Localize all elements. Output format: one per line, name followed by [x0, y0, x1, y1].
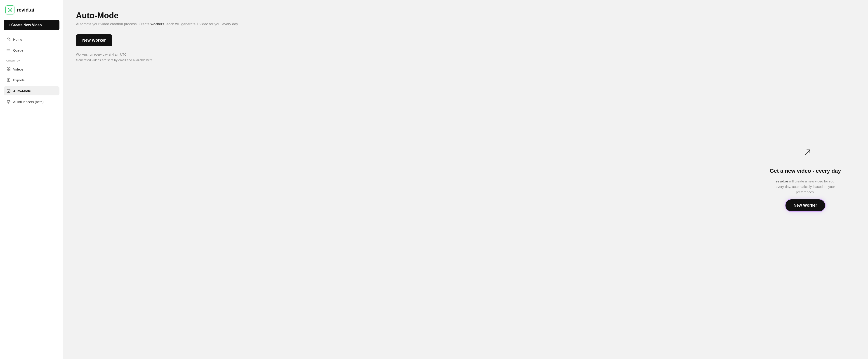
worker-info: Workers run every day at 4 am UTC Genera… [76, 52, 855, 63]
creation-section-label: CREATION [4, 57, 59, 63]
svg-rect-14 [7, 89, 10, 92]
worker-info-line1: Workers run every day at 4 am UTC [76, 52, 855, 57]
exports-label: Exports [13, 78, 25, 82]
new-worker-button-promo[interactable]: New Worker [785, 200, 825, 211]
brand-name: revid.ai [17, 7, 34, 13]
worker-info-line2: Generated videos are sent by email and a… [76, 57, 855, 63]
exports-icon [6, 78, 11, 82]
queue-label: Queue [13, 49, 23, 52]
sidebar-item-queue[interactable]: Queue [4, 46, 59, 55]
logo-area: revid.ai [4, 5, 59, 14]
sidebar: revid.ai + Create New Video Home Queue C… [0, 0, 63, 359]
auto-mode-icon [6, 89, 11, 93]
subtitle-suffix: , each will generate 1 video for you, ev… [164, 22, 239, 26]
create-new-video-button[interactable]: + Create New Video [4, 20, 59, 30]
sidebar-item-ai-influencers[interactable]: AI Influencers (beta) [4, 97, 59, 106]
auto-mode-label: Auto-Mode [13, 89, 31, 93]
sidebar-item-home[interactable]: Home [4, 35, 59, 44]
ai-influencers-icon [6, 99, 11, 104]
promo-icon [799, 148, 812, 163]
promo-title: Get a new video - every day [770, 168, 841, 174]
promo-area: Get a new video - every day revid.ai wil… [770, 148, 841, 211]
queue-icon [6, 48, 11, 53]
svg-rect-10 [9, 68, 10, 69]
sidebar-item-exports[interactable]: Exports [4, 76, 59, 85]
ai-influencers-label: AI Influencers (beta) [13, 100, 43, 104]
subtitle-bold: workers [151, 22, 164, 26]
svg-point-16 [9, 90, 9, 91]
svg-point-15 [8, 90, 8, 91]
sidebar-item-auto-mode[interactable]: Auto-Mode [4, 86, 59, 95]
page-title: Auto-Mode [76, 11, 855, 20]
videos-label: Videos [13, 67, 24, 71]
home-label: Home [13, 37, 22, 41]
svg-point-18 [8, 101, 9, 102]
promo-desc: revid.ai will create a new video for you… [774, 179, 837, 195]
svg-point-2 [10, 10, 10, 10]
page-subtitle: Automate your video creation process. Cr… [76, 22, 855, 26]
subtitle-prefix: Automate your video creation process. Cr… [76, 22, 151, 26]
home-icon [6, 37, 11, 41]
logo-icon [5, 5, 14, 14]
promo-brand: revid.ai [776, 179, 788, 183]
main-content: Auto-Mode Automate your video creation p… [63, 0, 868, 359]
svg-rect-11 [7, 69, 8, 71]
svg-rect-9 [7, 68, 8, 69]
sidebar-item-videos[interactable]: Videos [4, 65, 59, 74]
svg-rect-12 [9, 69, 10, 71]
new-worker-button-top[interactable]: New Worker [76, 34, 112, 46]
videos-icon [6, 67, 11, 71]
